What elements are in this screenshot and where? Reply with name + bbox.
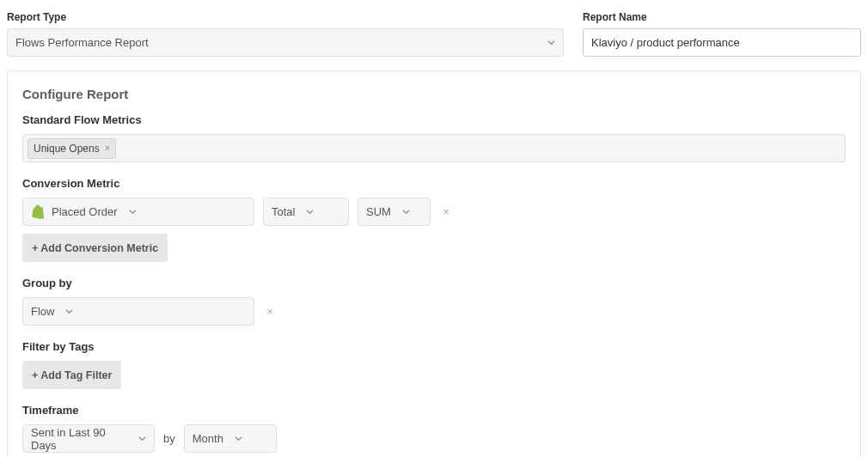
report-type-label: Report Type <box>7 11 564 23</box>
group-by-value: Flow <box>31 305 54 318</box>
chevron-down-icon <box>547 39 555 46</box>
add-conversion-metric-button[interactable]: + Add Conversion Metric <box>22 234 168 262</box>
filter-by-tags-section: Filter by Tags + Add Tag Filter <box>22 340 846 389</box>
timeframe-section: Timeframe Sent in Last 90 Days by Month <box>22 404 846 453</box>
chevron-down-icon <box>65 308 73 315</box>
report-type-field: Report Type Flows Performance Report <box>7 11 564 57</box>
timeframe-granularity-select[interactable]: Month <box>184 424 277 453</box>
chevron-down-icon <box>306 208 314 216</box>
timeframe-by-label: by <box>163 432 175 445</box>
conversion-metric-section: Conversion Metric Placed Order Total SUM… <box>22 177 846 262</box>
report-name-field: Report Name Klaviyo / product performanc… <box>583 11 861 57</box>
timeframe-range-value: Sent in Last 90 Days <box>31 426 127 452</box>
timeframe-range-select[interactable]: Sent in Last 90 Days <box>22 424 155 453</box>
metric-tag-unique-opens[interactable]: Unique Opens × <box>28 138 116 159</box>
add-tag-filter-button[interactable]: + Add Tag Filter <box>22 361 121 389</box>
standard-flow-metrics-label: Standard Flow Metrics <box>22 113 846 126</box>
group-by-select[interactable]: Flow <box>22 297 254 326</box>
chevron-down-icon <box>138 435 146 442</box>
close-icon[interactable]: × <box>105 143 110 153</box>
chevron-down-icon <box>235 435 242 442</box>
conversion-agg1-value: Total <box>272 205 295 218</box>
remove-conversion-metric-icon[interactable]: × <box>439 205 453 219</box>
report-name-input[interactable]: Klaviyo / product performance <box>583 28 861 57</box>
chevron-down-icon <box>129 208 137 216</box>
timeframe-label: Timeframe <box>22 404 846 417</box>
report-name-label: Report Name <box>583 11 861 23</box>
timeframe-granularity-value: Month <box>193 432 223 445</box>
report-name-value: Klaviyo / product performance <box>591 36 740 49</box>
standard-flow-metrics-input[interactable]: Unique Opens × <box>22 134 846 162</box>
report-type-value: Flows Performance Report <box>15 36 149 49</box>
conversion-metric-value: Placed Order <box>52 205 118 218</box>
tag-label: Unique Opens <box>34 143 100 155</box>
panel-title: Configure Report <box>22 87 846 101</box>
shopify-icon <box>31 204 46 219</box>
group-by-section: Group by Flow × <box>22 277 846 326</box>
report-type-select[interactable]: Flows Performance Report <box>7 28 564 57</box>
conversion-agg2-select[interactable]: SUM <box>358 198 431 226</box>
group-by-label: Group by <box>22 277 846 289</box>
standard-flow-metrics-section: Standard Flow Metrics Unique Opens × <box>22 113 846 162</box>
conversion-metric-select[interactable]: Placed Order <box>22 198 254 226</box>
conversion-agg1-select[interactable]: Total <box>263 198 349 226</box>
remove-group-by-icon[interactable]: × <box>263 305 277 319</box>
filter-by-tags-label: Filter by Tags <box>22 340 846 353</box>
conversion-agg2-value: SUM <box>366 205 391 218</box>
chevron-down-icon <box>402 208 410 216</box>
configure-report-panel: Configure Report Standard Flow Metrics U… <box>7 70 861 457</box>
conversion-metric-label: Conversion Metric <box>22 177 846 190</box>
